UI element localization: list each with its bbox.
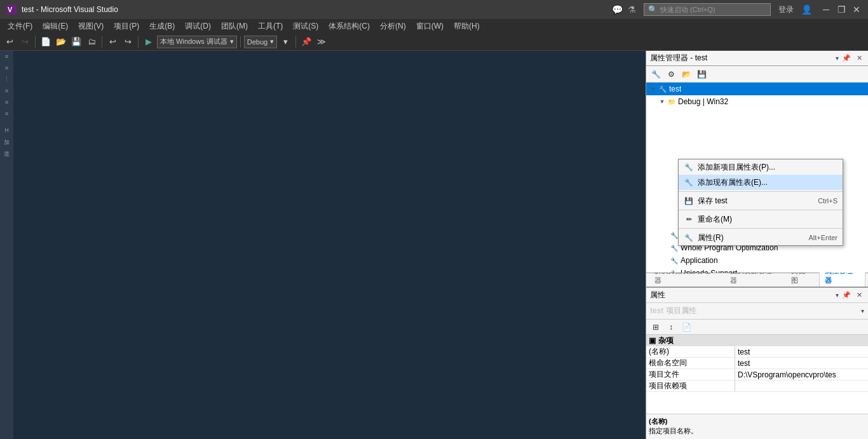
ctx-add-new-label: 添加新项目属性表(P)...: [698, 162, 775, 173]
restore-button[interactable]: ❐: [835, 3, 848, 16]
ctx-sep2: [679, 210, 843, 210]
props-close-button[interactable]: ✕: [854, 290, 864, 301]
config-arrow-btn[interactable]: ▾: [278, 35, 292, 49]
title-bar-left: V test - Microsoft Visual Studio: [5, 3, 118, 16]
menu-test[interactable]: 测试(S): [288, 20, 323, 33]
save-btn[interactable]: 💾: [69, 35, 83, 49]
menu-window[interactable]: 窗口(W): [411, 20, 449, 33]
property-manager-titlebar: 属性管理器 - test ▾ 📌 ✕: [646, 51, 868, 66]
open-btn[interactable]: 📂: [54, 35, 68, 49]
properties-panel: 属性 ▾ 📌 ✕ test 项目属性 ▾ ⊞ ↕ 📄 ▣ 杂项: [646, 287, 868, 439]
prop-panel-content: ▣ 杂项 (名称) test 根命名空间 test 项目文件 D:\VSprog…: [646, 335, 868, 414]
pm-tree-item-test[interactable]: ▼ 🔧 test: [646, 83, 868, 95]
unicode-icon: 🔧: [669, 268, 679, 273]
context-menu: 🔧 添加新项目属性表(P)... 🔧 添加现有属性表(E)... 💾 保存 te…: [678, 159, 843, 246]
sidebar-btn-5[interactable]: ≡: [1, 99, 13, 109]
menu-project[interactable]: 项目(P): [109, 20, 144, 33]
save-all-btn[interactable]: 🗂: [85, 35, 98, 49]
debug-config-dropdown[interactable]: Debug ▾: [244, 36, 277, 48]
menu-view[interactable]: 视图(V): [73, 20, 109, 33]
ctx-rename-label: 重命名(M): [698, 214, 732, 225]
redo-btn2[interactable]: ↪: [121, 35, 135, 49]
folder-icon: 📁: [667, 97, 677, 107]
menu-help[interactable]: 帮助(H): [449, 20, 485, 33]
menu-analyze[interactable]: 分析(N): [375, 20, 411, 33]
pm-tree-item-unicode[interactable]: 🔧 Unicode Support: [646, 267, 868, 273]
ctx-add-existing-label: 添加现有属性表(E)...: [698, 177, 768, 188]
sidebar-btn-9[interactable]: 道: [1, 150, 13, 160]
sidebar-btn-1[interactable]: ≡: [1, 53, 13, 64]
pm-tree-item-app[interactable]: 🔧 Application: [646, 254, 868, 267]
menu-tools[interactable]: 工具(T): [253, 20, 288, 33]
sidebar-btn-7[interactable]: H: [1, 127, 13, 137]
ctx-rename[interactable]: ✏ 重命名(M): [679, 212, 843, 227]
pin-btn[interactable]: 📌: [299, 35, 313, 49]
ctx-props-shortcut: Alt+Enter: [808, 234, 837, 241]
redo-btn[interactable]: ↪: [18, 35, 32, 49]
prop-sort-btn[interactable]: ↕: [664, 320, 678, 334]
prop-desc-text: 指定项目名称。: [649, 426, 865, 436]
vs-logo-icon: V: [5, 3, 18, 16]
minimize-button[interactable]: ─: [820, 3, 832, 16]
sidebar-btn-2[interactable]: ≡: [1, 65, 13, 75]
prop-grid-btn[interactable]: ⊞: [649, 320, 663, 334]
prop-object-label: test 项目属性: [650, 306, 696, 316]
ctx-add-new[interactable]: 🔧 添加新项目属性表(P)...: [679, 159, 843, 175]
menu-edit[interactable]: 编辑(E): [37, 20, 73, 33]
sidebar-btn-4[interactable]: ≡: [1, 88, 13, 98]
menu-build[interactable]: 生成(B): [144, 20, 180, 33]
ctx-add-existing[interactable]: 🔧 添加现有属性表(E)...: [679, 175, 843, 190]
pm-tree-item-debug[interactable]: ▼ 📁 Debug | Win32: [646, 95, 868, 108]
prop-object-dropdown-icon[interactable]: ▾: [861, 307, 864, 314]
new-file-btn[interactable]: 📄: [39, 35, 53, 49]
extra-btn[interactable]: ≫: [315, 35, 329, 49]
properties-icon: 🔧: [684, 233, 694, 243]
pm-pin-button[interactable]: 📌: [841, 53, 851, 64]
ctx-sep3: [679, 228, 843, 229]
sidebar-btn-8[interactable]: 加: [1, 138, 13, 149]
pm-app-label: Application: [681, 256, 718, 265]
title-bar-right: 💬 ⚗ 🔍 快速启动 (Ctrl+Q) 登录 👤 ─ ❐ ✕: [612, 3, 863, 16]
chat-icon: 💬: [612, 4, 623, 15]
title-bar: V test - Microsoft Visual Studio 💬 ⚗ 🔍 快…: [0, 0, 868, 19]
left-sidebar: ≡ ≡ ⋮ ≡ ≡ ≡ H 加 道: [0, 51, 14, 439]
dropdown-arrow-icon: ▾: [230, 37, 234, 46]
ctx-sep1: [679, 191, 843, 192]
ctx-save[interactable]: 💾 保存 test Ctrl+S: [679, 193, 843, 208]
menu-architecture[interactable]: 体系结构(C): [323, 20, 375, 33]
pm-close-button[interactable]: ✕: [854, 53, 864, 64]
pm-folder-btn[interactable]: 📂: [679, 67, 693, 81]
save-icon: 💾: [684, 196, 694, 206]
pm-gear-btn[interactable]: ⚙: [664, 67, 678, 81]
prop-namespace-label: 根命名空间: [646, 358, 735, 368]
pm-wrench-btn[interactable]: 🔧: [649, 67, 663, 81]
rename-icon: ✏: [684, 214, 694, 224]
menu-file[interactable]: 文件(F): [3, 20, 37, 33]
close-button[interactable]: ✕: [850, 3, 863, 16]
undo-btn[interactable]: ↩: [3, 35, 17, 49]
menu-team[interactable]: 团队(M): [216, 20, 253, 33]
pm-tree: ▼ 🔧 test ▼ 📁 Debug | Win32 🔧: [646, 83, 868, 273]
toolbar-sep1: [35, 36, 36, 48]
misc-expand-icon: ▣: [649, 336, 656, 345]
quick-launch-box: 🔍 快速启动 (Ctrl+Q): [644, 3, 771, 16]
ctx-properties[interactable]: 🔧 属性(R) Alt+Enter: [679, 230, 843, 245]
prop-row-name: (名称) test: [646, 346, 868, 358]
pm-save-btn[interactable]: 💾: [695, 67, 709, 81]
prop-page-btn[interactable]: 📄: [679, 320, 693, 334]
settings-icon: 👤: [801, 4, 812, 15]
undo-btn2[interactable]: ↩: [105, 35, 119, 49]
debug-target-label: 本地 Windows 调试器: [160, 37, 227, 46]
menu-debug[interactable]: 调试(D): [180, 20, 216, 33]
prop-desc-title: (名称): [649, 417, 865, 426]
props-pin-button[interactable]: 📌: [841, 290, 851, 301]
prop-row-deps: 项目依赖项: [646, 381, 868, 392]
debug-target-dropdown[interactable]: 本地 Windows 调试器 ▾: [157, 36, 237, 48]
run-btn[interactable]: ▶: [142, 35, 156, 49]
sidebar-btn-3[interactable]: ⋮: [1, 76, 13, 86]
sidebar-btn-6[interactable]: ≡: [1, 111, 13, 121]
prop-category-misc: ▣ 杂项: [646, 335, 868, 346]
prop-panel-toolbar: ⊞ ↕ 📄: [646, 320, 868, 335]
window-title: test - Microsoft Visual Studio: [22, 5, 118, 14]
login-button[interactable]: 登录: [778, 4, 794, 15]
